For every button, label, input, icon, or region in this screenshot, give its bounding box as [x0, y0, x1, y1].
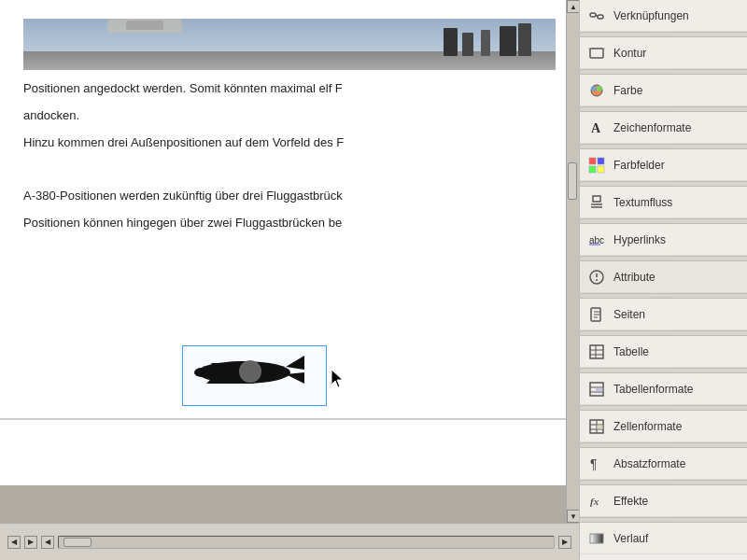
- text-line-2: andocken.: [23, 106, 556, 126]
- svg-rect-4: [481, 30, 490, 56]
- effects-icon: fx: [587, 492, 606, 511]
- svg-rect-1: [23, 51, 556, 70]
- sidebar-item-absatzformate[interactable]: ¶Absatzformate: [580, 448, 747, 480]
- sidebar-item-verknuepfungen[interactable]: Verknüpfungen: [580, 0, 747, 32]
- text-line-5: A-380-Positionen werden zukünftig über d…: [23, 187, 556, 206]
- tablefmt-icon: [587, 380, 606, 399]
- swatch-icon: [587, 156, 606, 175]
- rotate-handle[interactable]: [239, 360, 261, 383]
- scroll-right-button[interactable]: ▶: [558, 536, 571, 549]
- cellfmt-icon: [587, 417, 606, 436]
- scroll-left-button[interactable]: ◀: [41, 536, 54, 549]
- bottom-scrollbar: ◀ ▶ ◀ ▶: [0, 523, 579, 560]
- gradient-icon: [587, 529, 606, 548]
- runway-line: [0, 418, 579, 420]
- svg-rect-0: [23, 19, 556, 51]
- sidebar-item-label-tabelle: Tabelle: [613, 345, 740, 358]
- sidebar-item-kontur[interactable]: Kontur: [580, 37, 747, 69]
- svg-rect-2: [444, 28, 458, 56]
- scroll-track[interactable]: [567, 13, 579, 510]
- svg-rect-25: [589, 158, 596, 164]
- sidebar-item-seiten[interactable]: Seiten: [580, 299, 747, 330]
- svg-rect-27: [589, 166, 596, 173]
- sidebar-item-label-seiten: Seiten: [613, 308, 740, 321]
- sidebar-item-label-effekte: Effekte: [613, 495, 740, 508]
- sidebar-item-label-verknuepfungen: Verknüpfungen: [613, 9, 740, 22]
- svg-rect-19: [590, 49, 603, 58]
- page-area: Positionen angedockt werden. Somit könnt…: [0, 0, 579, 523]
- svg-marker-12: [286, 356, 304, 370]
- page-next-button[interactable]: ▶: [24, 536, 37, 549]
- text-line-1: Positionen angedockt werden. Somit könnt…: [23, 79, 556, 99]
- pages-icon: [587, 305, 606, 324]
- svg-marker-15: [331, 370, 343, 387]
- grey-strip: [0, 485, 566, 523]
- sidebar-item-attribute[interactable]: Attribute: [580, 261, 747, 293]
- sidebar-item-label-tabellenformate: Tabellenformate: [613, 383, 740, 396]
- svg-rect-56: [590, 534, 603, 543]
- svg-rect-17: [598, 15, 603, 19]
- char-icon: A: [587, 119, 606, 137]
- chain-icon: [587, 7, 606, 25]
- svg-rect-29: [593, 196, 600, 202]
- scroll-up-button[interactable]: ▲: [567, 0, 579, 13]
- sidebar-item-label-zellenformate: Zellenformate: [613, 420, 740, 433]
- sidebar-item-label-kontur: Kontur: [613, 47, 740, 60]
- svg-rect-28: [598, 166, 604, 173]
- svg-rect-48: [596, 387, 603, 392]
- vertical-scrollbar: ▲ ▼: [566, 0, 579, 523]
- sidebar-item-label-farbfelder: Farbfelder: [613, 159, 740, 172]
- h-scroll-thumb[interactable]: [63, 538, 92, 547]
- svg-point-14: [194, 368, 209, 377]
- scroll-thumb[interactable]: [568, 162, 577, 200]
- contour-icon: [587, 44, 606, 63]
- sidebar-item-label-zeichenformate: Zeichenformate: [613, 121, 740, 134]
- svg-rect-53: [597, 425, 603, 429]
- svg-rect-26: [598, 158, 604, 164]
- page-prev-button[interactable]: ◀: [7, 536, 21, 549]
- svg-marker-13: [286, 372, 304, 384]
- sidebar-item-verlauf[interactable]: Verlauf: [580, 523, 747, 554]
- svg-rect-3: [462, 33, 473, 56]
- svg-rect-41: [590, 345, 603, 358]
- sidebar-item-label-farbe: Farbe: [613, 84, 740, 97]
- sidebar-item-zeichenformate[interactable]: AZeichenformate: [580, 112, 747, 144]
- svg-rect-8: [126, 21, 163, 30]
- sidebar-item-effekte[interactable]: fxEffekte: [580, 485, 747, 517]
- sidebar-item-farbfelder[interactable]: Farbfelder: [580, 149, 747, 181]
- parafmt-icon: ¶: [587, 455, 606, 473]
- sidebar-item-label-hyperlinks: Hyperlinks: [613, 233, 740, 246]
- sidebar: VerknüpfungenKonturFarbeAZeichenformateF…: [579, 0, 747, 560]
- sidebar-item-tabellenformate[interactable]: Tabellenformate: [580, 373, 747, 405]
- svg-rect-5: [500, 26, 516, 56]
- sidebar-item-label-attribute: Attribute: [613, 271, 740, 284]
- main-content: Positionen angedockt werden. Somit könnt…: [0, 0, 579, 560]
- svg-text:A: A: [591, 121, 601, 135]
- selected-object[interactable]: [182, 345, 327, 406]
- h-scroll-track[interactable]: [58, 536, 555, 549]
- color-icon: [587, 81, 606, 100]
- sidebar-item-hyperlinks[interactable]: abcHyperlinks: [580, 224, 747, 256]
- svg-point-36: [596, 279, 598, 281]
- svg-point-23: [597, 86, 602, 91]
- scroll-down-button[interactable]: ▼: [567, 510, 579, 523]
- hyperlink-icon: abc: [587, 231, 606, 249]
- svg-text:¶: ¶: [590, 456, 598, 471]
- svg-point-22: [591, 86, 597, 91]
- svg-rect-16: [590, 13, 596, 17]
- svg-text:fx: fx: [590, 496, 599, 507]
- attr-icon: [587, 268, 606, 287]
- sidebar-item-label-textumfluss: Textumfluss: [613, 196, 740, 209]
- sidebar-item-zellenformate[interactable]: Zellenformate: [580, 411, 747, 442]
- sidebar-item-farbe[interactable]: Farbe: [580, 75, 747, 106]
- page-image: [23, 19, 556, 70]
- sidebar-item-tabelle[interactable]: Tabelle: [580, 336, 747, 368]
- sidebar-item-label-verlauf: Verlauf: [613, 532, 740, 545]
- sidebar-item-textumfluss[interactable]: Textumfluss: [580, 187, 747, 218]
- text-line-4: [23, 160, 556, 179]
- textflow-icon: [587, 193, 606, 212]
- svg-text:abc: abc: [589, 235, 604, 245]
- text-line-6: Positionen können hingegen über zwei Flu…: [23, 214, 556, 233]
- table-icon: [587, 343, 606, 361]
- svg-rect-6: [518, 23, 531, 56]
